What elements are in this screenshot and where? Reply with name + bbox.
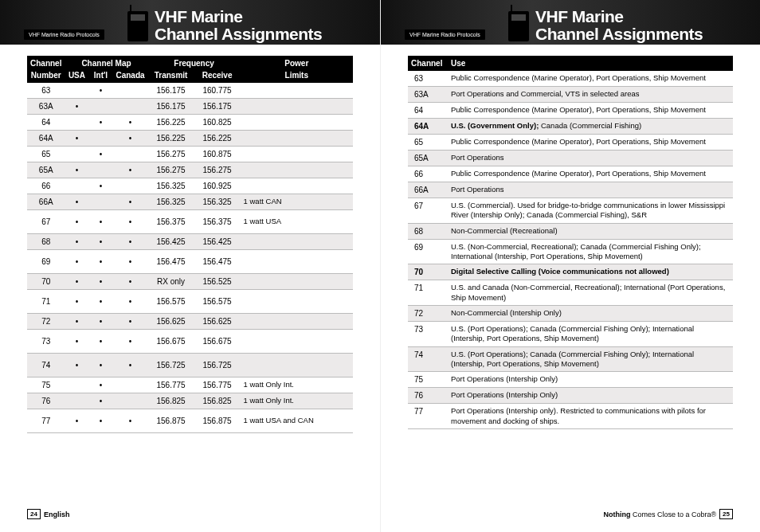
- col-channel-map: Channel Map: [65, 56, 147, 71]
- col-power: Power: [241, 56, 353, 71]
- table-row: 66•156.325160.925: [27, 178, 353, 194]
- header-band-right: VHF Marine Radio Protocols VHF Marine Ch…: [381, 0, 760, 45]
- col-use: Use: [448, 56, 733, 71]
- table-row: 63•156.175160.775: [27, 83, 353, 99]
- table-row: 65APort Operations: [408, 151, 733, 166]
- table-row: 65Public Correspondence (Marine Operator…: [408, 135, 733, 151]
- table-row: 76Port Operations (Intership Only): [408, 388, 733, 404]
- table-row: 64••156.225160.825: [27, 115, 353, 131]
- table-row: 69•••156.475156.475: [27, 250, 353, 274]
- col-canada: Canada: [112, 71, 147, 83]
- table-row: 66A••156.325156.3251 watt CAN: [27, 194, 353, 210]
- radio-icon: [508, 11, 529, 41]
- col-usa: USA: [65, 71, 88, 83]
- table-row: 70•••RX only156.525: [27, 274, 353, 290]
- channel-frequency-table: Channel Channel Map Frequency Power Numb…: [27, 56, 353, 433]
- col-channel: Channel: [408, 56, 448, 71]
- footer-language: English: [44, 510, 70, 518]
- radio-icon: [127, 11, 148, 41]
- table-row: 75•156.775156.7751 watt Only Int.: [27, 377, 353, 393]
- table-row: 63APort Operations and Commercial, VTS i…: [408, 87, 733, 103]
- table-row: 72•••156.625156.625: [27, 314, 353, 330]
- table-row: 77•••156.875156.8751 watt USA and CAN: [27, 409, 353, 433]
- page-right: VHF Marine Radio Protocols VHF Marine Ch…: [380, 0, 760, 532]
- table-row: 71•••156.575156.575: [27, 290, 353, 314]
- table-row: 64AU.S. (Government Only); Canada (Comme…: [408, 119, 733, 135]
- page-number-right: 25: [719, 509, 733, 519]
- table-row: 63Public Correspondence (Marine Operator…: [408, 71, 733, 87]
- col-intl: Int'l: [88, 71, 112, 83]
- section-tab: VHF Marine Radio Protocols: [24, 29, 104, 40]
- table-row: 73•••156.675156.675: [27, 330, 353, 354]
- col-receive: Receive: [194, 71, 241, 83]
- table-row: 76•156.825156.8251 watt Only Int.: [27, 393, 353, 409]
- col-channel: Channel: [27, 56, 65, 71]
- page-title: VHF Marine Channel Assignments: [155, 8, 322, 43]
- table-row: 66Public Correspondence (Marine Operator…: [408, 166, 733, 182]
- table-row: 64A••156.225156.225: [27, 131, 353, 147]
- table-row: 69U.S. (Non-Commercial, Recreational); C…: [408, 239, 733, 264]
- table-row: 77Port Operations (Intership only). Rest…: [408, 404, 733, 429]
- table-row: 66APort Operations: [408, 182, 733, 198]
- col-frequency: Frequency: [148, 56, 241, 71]
- table-row: 72Non-Commercial (Intership Only): [408, 306, 733, 322]
- table-row: 74•••156.725156.725: [27, 354, 353, 377]
- table-row: 75Port Operations (Intership Only): [408, 372, 733, 388]
- table-row: 71U.S. and Canada (Non-Commercial, Recre…: [408, 280, 733, 306]
- table-row: 68•••156.425156.425: [27, 234, 353, 250]
- table-row: 65•156.275160.875: [27, 147, 353, 162]
- col-limits: Limits: [241, 71, 353, 83]
- table-row: 67•••156.375156.3751 watt USA: [27, 210, 353, 234]
- table-row: 67U.S. (Commercial). Used for bridge-to-…: [408, 198, 733, 224]
- footer-right: Nothing Comes Close to a Cobra® 25: [408, 509, 733, 519]
- page-title: VHF Marine Channel Assignments: [535, 8, 703, 43]
- table-row: 74U.S. (Port Operations); Canada (Commer…: [408, 346, 733, 372]
- col-transmit: Transmit: [148, 71, 194, 83]
- col-number: Number: [27, 71, 65, 83]
- table-row: 64Public Correspondence (Marine Operator…: [408, 103, 733, 119]
- table-row: 65A••156.275156.275: [27, 162, 353, 178]
- page-number-left: 24: [27, 509, 41, 519]
- section-tab: VHF Marine Radio Protocols: [405, 29, 485, 40]
- channel-use-table: Channel Use 63Public Correspondence (Mar…: [408, 56, 733, 429]
- table-row: 68Non-Commercial (Recreational): [408, 223, 733, 239]
- page-left: VHF Marine Radio Protocols VHF Marine Ch…: [0, 0, 380, 532]
- footer-left: 24 English: [27, 509, 353, 519]
- table-row: 70Digital Selective Calling (Voice commu…: [408, 264, 733, 280]
- table-row: 73U.S. (Port Operations); Canada (Commer…: [408, 322, 733, 347]
- table-row: 63A•156.175156.175: [27, 99, 353, 115]
- header-band-left: VHF Marine Radio Protocols VHF Marine Ch…: [0, 0, 380, 45]
- brand-slogan: Nothing Comes Close to a Cobra®: [603, 510, 716, 518]
